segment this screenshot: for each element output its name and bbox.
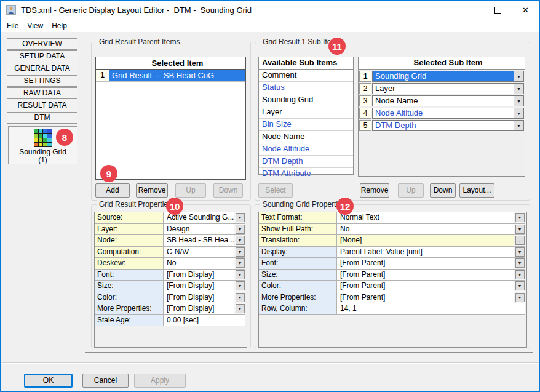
dropdown-button[interactable]: ▼ bbox=[514, 96, 523, 106]
available-sub-item-bin-size[interactable]: Bin Size bbox=[259, 119, 353, 131]
available-sub-item-comment[interactable]: Comment bbox=[259, 70, 353, 82]
selected-sub-item-row[interactable]: 4Node Altitude▼ bbox=[359, 108, 524, 119]
available-sub-item-node-name[interactable]: Node Name bbox=[259, 131, 353, 143]
selected-sub-item-row[interactable]: 3Node Name▼ bbox=[359, 95, 524, 106]
sub-item-value: Node Name bbox=[373, 96, 514, 106]
property-value[interactable]: Parent Label: Value [unit] bbox=[337, 247, 514, 258]
property-value[interactable]: [From Parent] bbox=[337, 281, 514, 292]
sub-remove-button[interactable]: Remove bbox=[360, 183, 389, 198]
dropdown-button[interactable]: ▼ bbox=[236, 293, 245, 302]
property-label: Source: bbox=[95, 212, 164, 224]
sidebar-item-result-data[interactable]: RESULT DATA bbox=[7, 100, 77, 111]
row-number: 5 bbox=[359, 120, 371, 131]
property-value[interactable]: No bbox=[164, 258, 234, 270]
available-sub-item-dtm-attribute[interactable]: DTM Attribute bbox=[259, 168, 353, 180]
dropdown-button[interactable]: ▼ bbox=[514, 121, 523, 130]
maximize-button[interactable] bbox=[484, 1, 512, 19]
dropdown-button[interactable]: ▼ bbox=[515, 270, 525, 279]
property-value[interactable]: [From Display] bbox=[164, 292, 234, 304]
property-value[interactable]: [From Parent] bbox=[337, 258, 514, 270]
ok-button[interactable]: OK bbox=[24, 374, 73, 388]
menu-help[interactable]: Help bbox=[47, 22, 71, 30]
parent-add-button[interactable]: Add bbox=[95, 183, 130, 198]
sub-layout-button[interactable]: Layout... bbox=[459, 183, 494, 198]
menu-view[interactable]: View bbox=[23, 22, 47, 30]
available-sub-item-status[interactable]: Status bbox=[259, 82, 353, 94]
dropdown-button[interactable]: ▼ bbox=[515, 293, 525, 302]
dropdown-button[interactable]: ▼ bbox=[514, 84, 523, 94]
available-sub-items-list: Available Sub Items CommentStatusSoundin… bbox=[258, 57, 354, 175]
available-sub-item-layer[interactable]: Layer bbox=[259, 106, 353, 119]
property-value[interactable]: [From Display] bbox=[164, 303, 234, 315]
property-value[interactable]: SB Head - SB Hea... bbox=[164, 235, 234, 247]
property-value[interactable]: [From Parent] bbox=[337, 270, 514, 281]
sub-item-combo: Node Altitude▼ bbox=[372, 108, 524, 119]
property-label: More Properties: bbox=[95, 303, 164, 315]
dropdown-button[interactable]: ▼ bbox=[515, 213, 525, 222]
property-value[interactable]: [None] bbox=[337, 235, 514, 247]
dropdown-button[interactable]: ▼ bbox=[236, 236, 245, 245]
dropdown-button[interactable]: ▼ bbox=[514, 71, 523, 81]
dropdown-button[interactable]: ▼ bbox=[236, 258, 245, 268]
annotation-badge-12: 12 bbox=[336, 198, 354, 215]
sub-item-combo: Node Name▼ bbox=[372, 95, 524, 106]
sidebar-item-raw-data[interactable]: RAW DATA bbox=[7, 87, 77, 99]
sidebar-item-general-data[interactable]: GENERAL DATA bbox=[7, 63, 77, 74]
table-row[interactable]: 1 Grid Result - SB Head CoG bbox=[96, 70, 245, 82]
sidebar-item-settings[interactable]: SETTINGS bbox=[7, 75, 77, 87]
dropdown-button[interactable]: ▼ bbox=[236, 304, 245, 313]
sidebar-item-setup-data[interactable]: SETUP DATA bbox=[7, 50, 77, 62]
property-value[interactable]: [From Display] bbox=[164, 270, 234, 281]
cancel-button[interactable]: Cancel bbox=[82, 374, 129, 388]
table-header-row: Selected Item bbox=[96, 57, 245, 70]
chevron-down-icon: ▼ bbox=[518, 273, 522, 277]
property-value[interactable]: [From Display] bbox=[164, 281, 234, 292]
sounding-grid-icon-cell bbox=[39, 134, 42, 137]
selected-sub-item-row[interactable]: 5DTM Depth▼ bbox=[359, 120, 524, 131]
dropdown-button[interactable]: ▼ bbox=[515, 281, 525, 290]
property-row: Show Full Path:No▼ bbox=[259, 224, 526, 236]
property-value[interactable]: No bbox=[337, 224, 514, 236]
property-value[interactable]: Normal Text bbox=[337, 212, 514, 224]
row-number-header bbox=[359, 57, 371, 69]
selected-sub-item-rows: 1Sounding Grid▼2Layer▼3Node Name▼4Node A… bbox=[359, 70, 525, 131]
selected-sub-item-row[interactable]: 1Sounding Grid▼ bbox=[359, 71, 524, 82]
dropdown-button[interactable]: ▼ bbox=[236, 213, 245, 222]
property-value[interactable]: 14, 1 bbox=[337, 303, 525, 315]
ellipsis-button[interactable]: ... bbox=[515, 236, 525, 245]
property-value[interactable]: Design bbox=[164, 224, 234, 236]
menu-file[interactable]: File bbox=[2, 22, 23, 30]
property-value[interactable]: 0.00 [sec] bbox=[164, 315, 245, 327]
dropdown-slot: ▼ bbox=[234, 270, 245, 281]
chevron-down-icon: ▼ bbox=[238, 273, 242, 277]
selected-sub-item-row[interactable]: 2Layer▼ bbox=[359, 83, 524, 94]
parent-down-button: Down bbox=[213, 183, 243, 198]
dropdown-button[interactable]: ▼ bbox=[515, 225, 525, 234]
property-value[interactable]: [From Parent] bbox=[337, 292, 514, 304]
sidebar-item-dtm[interactable]: DTM bbox=[7, 112, 77, 124]
sub-down-button[interactable]: Down bbox=[430, 183, 456, 198]
available-sub-item-dtm-depth[interactable]: DTM Depth bbox=[259, 156, 353, 168]
property-label: Size: bbox=[95, 281, 164, 292]
dropdown-button[interactable]: ▼ bbox=[515, 258, 525, 268]
parent-remove-button[interactable]: Remove bbox=[136, 183, 168, 198]
dropdown-button[interactable]: ▼ bbox=[236, 270, 245, 279]
list-header: Available Sub Items bbox=[259, 57, 353, 70]
property-row: Stale Age:0.00 [sec] bbox=[95, 315, 247, 327]
available-sub-item-node-altitude[interactable]: Node Altitude bbox=[259, 143, 353, 156]
property-value[interactable]: C-NAV bbox=[164, 247, 234, 258]
property-row: Layer:Design▼ bbox=[95, 224, 247, 236]
sidebar-item-overview[interactable]: OVERVIEW bbox=[7, 38, 77, 50]
close-button[interactable]: ✕ bbox=[512, 1, 539, 19]
dropdown-slot: ▼ bbox=[234, 224, 245, 236]
property-label: Text Format: bbox=[259, 212, 337, 224]
dropdown-button[interactable]: ▼ bbox=[236, 247, 245, 257]
dropdown-button[interactable]: ▼ bbox=[515, 247, 525, 257]
minimize-button[interactable] bbox=[456, 1, 484, 19]
sub-item-combo: Sounding Grid▼ bbox=[372, 71, 524, 82]
dropdown-slot: ▼ bbox=[234, 247, 245, 258]
dropdown-button[interactable]: ▼ bbox=[514, 108, 523, 118]
dropdown-button[interactable]: ▼ bbox=[236, 225, 245, 234]
dropdown-button[interactable]: ▼ bbox=[236, 281, 245, 290]
available-sub-item-sounding-grid[interactable]: Sounding Grid bbox=[259, 94, 353, 106]
